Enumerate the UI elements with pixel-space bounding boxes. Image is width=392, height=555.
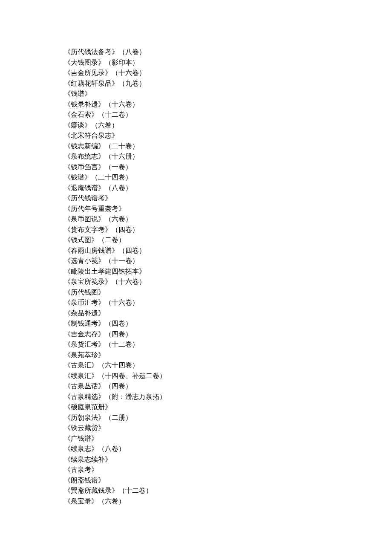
list-item: 《钱式图》（二卷） bbox=[64, 235, 392, 246]
list-item: 《癖谈》（六卷） bbox=[64, 120, 392, 131]
list-item: 《北宋符合泉志》 bbox=[64, 130, 392, 141]
list-item: 《硕庭泉范册》 bbox=[64, 402, 392, 413]
list-item: 《吉金志存》（四卷） bbox=[64, 329, 392, 340]
list-item: 《朗斋钱谱》 bbox=[64, 475, 392, 486]
list-item: 《巽斋所藏钱录》（十二卷） bbox=[64, 486, 392, 496]
list-item: 《古泉丛话》（四卷） bbox=[64, 381, 392, 392]
list-item: 《退庵钱谱》（八卷） bbox=[64, 183, 392, 194]
list-item: 《泉苑萃珍》 bbox=[64, 350, 392, 361]
list-item: 《续泉志续补》 bbox=[64, 454, 392, 465]
list-item: 《广钱谱》 bbox=[64, 434, 392, 444]
list-item: 《金石索》（十二卷） bbox=[64, 110, 392, 120]
list-item: 《春雨山房钱谱》（四卷） bbox=[64, 246, 392, 256]
list-item: 《泉布统志》（十六册） bbox=[64, 151, 392, 162]
list-item: 《泉货汇考》（十二卷） bbox=[64, 339, 392, 350]
list-item: 《吉金所见录》（十六卷） bbox=[64, 68, 392, 78]
list-item: 《泉币图说》（六卷） bbox=[64, 214, 392, 225]
list-item: 《红藕花轩泉品》（九卷） bbox=[64, 78, 392, 89]
list-item: 《古泉考》 bbox=[64, 465, 392, 475]
list-item: 《泉宝所笺录》（十六卷） bbox=[64, 277, 392, 287]
list-item: 《钱谱》 bbox=[64, 89, 392, 99]
list-item: 《钱谱》（二十四卷） bbox=[64, 172, 392, 183]
list-item: 《历代钱图》 bbox=[64, 287, 392, 298]
list-item: 《货布文字考》（四卷） bbox=[64, 225, 392, 235]
list-item: 《历代钱法备考》（八卷） bbox=[64, 47, 392, 58]
list-item: 《钱志新编》（二十卷） bbox=[64, 141, 392, 152]
list-item: 《续泉志》（八卷） bbox=[64, 444, 392, 454]
list-item: 《大钱图录》（影印本） bbox=[64, 58, 392, 68]
list-item: 《毗陵出土孝建四铢拓本》 bbox=[64, 266, 392, 277]
list-item: 《制钱通考》（四卷） bbox=[64, 318, 392, 329]
list-item: 《历朝泉法》（二册） bbox=[64, 413, 392, 423]
list-item: 《历代钱谱考》 bbox=[64, 193, 392, 204]
list-item: 《历代年号重袭考》 bbox=[64, 204, 392, 214]
list-item: 《泉币汇考》（十六卷） bbox=[64, 298, 392, 308]
list-item: 《古泉精选》（附：潘志万泉拓） bbox=[64, 392, 392, 402]
list-item: 《泉宝录》（六卷） bbox=[64, 496, 392, 507]
document-list: 《历代钱法备考》（八卷） 《大钱图录》（影印本） 《吉金所见录》（十六卷） 《红… bbox=[64, 47, 392, 506]
list-item: 《选青小笺》（十一卷） bbox=[64, 256, 392, 266]
list-item: 《钱币刍言》（一卷） bbox=[64, 162, 392, 173]
list-item: 《续泉汇》（十四卷、补遗二卷） bbox=[64, 371, 392, 382]
list-item: 《钱录补遗》（十六卷） bbox=[64, 99, 392, 110]
list-item: 《铁云藏货》 bbox=[64, 423, 392, 434]
list-item: 《古泉汇》（六十四卷） bbox=[64, 360, 392, 371]
list-item: 《杂品补遗》 bbox=[64, 308, 392, 319]
